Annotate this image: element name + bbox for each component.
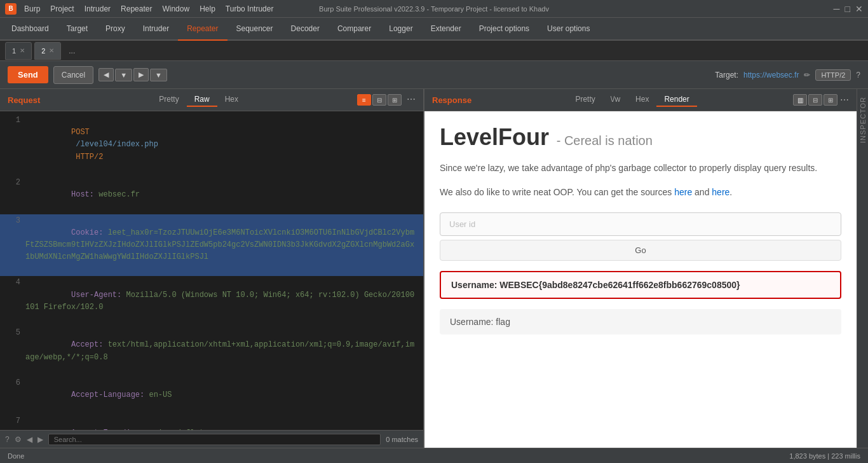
target-url[interactable]: https://websec.fr <box>743 71 799 79</box>
tab-target[interactable]: Target <box>58 18 97 41</box>
request-tab-raw[interactable]: Raw <box>187 93 217 107</box>
flag-box: Username: flag <box>440 309 841 335</box>
next-arrow[interactable]: ▶ <box>133 68 149 81</box>
view-icon-split[interactable]: ⊟ <box>372 94 386 106</box>
target-info: Target: https://websec.fr ✏ HTTP/2 ? <box>715 69 860 81</box>
title-bar-left: B Burp Project Intruder Repeater Window … <box>5 3 273 15</box>
prev-arrow[interactable]: ◀ <box>98 68 114 81</box>
status-right: 1,823 bytes | 223 millis <box>789 452 860 460</box>
tab-dashboard[interactable]: Dashboard <box>3 18 58 41</box>
flag-text: Username: flag <box>450 317 510 327</box>
tab-sequencer[interactable]: Sequencer <box>227 18 282 41</box>
request-line-3: 3 Cookie: leet_hax0r=TzozJTUUwiOjE6e3M6N… <box>0 214 423 277</box>
search-status: 0 matches <box>386 436 418 443</box>
next-arrow-down[interactable]: ▼ <box>115 69 132 81</box>
http-method: POST <box>71 128 90 137</box>
result-text: Username: WEBSEC{9abd8e8247cbe62641ff662… <box>451 280 740 290</box>
go-button[interactable]: Go <box>440 240 841 261</box>
request-tab-hex[interactable]: Hex <box>217 93 246 107</box>
response-tab-w[interactable]: \/w <box>603 93 628 107</box>
tab-intruder[interactable]: Intruder <box>134 18 178 41</box>
http-url: /level04/index.php <box>71 140 158 149</box>
burp-logo: B <box>5 3 17 15</box>
tab-decoder[interactable]: Decoder <box>282 18 329 41</box>
view-icon-text[interactable]: ≡ <box>357 94 371 106</box>
tab-proxy[interactable]: Proxy <box>97 18 134 41</box>
response-icons: ▥ ⊟ ⊞ ⋯ <box>793 94 849 106</box>
minimize-button[interactable]: ─ <box>834 4 840 14</box>
menu-help[interactable]: Help <box>200 4 215 13</box>
repeater-tab-2[interactable]: 2 ✕ <box>34 42 61 60</box>
request-more-icon[interactable]: ⋯ <box>407 94 416 106</box>
tab-extender[interactable]: Extender <box>422 18 470 41</box>
menu-project[interactable]: Project <box>50 4 74 13</box>
request-icons: ≡ ⊟ ⊞ ⋯ <box>357 94 416 106</box>
source-link-2[interactable]: here <box>712 187 729 197</box>
menu-turbo-intruder[interactable]: Turbo Intruder <box>226 4 274 13</box>
response-tab-render[interactable]: Render <box>656 93 696 107</box>
request-line-6: 6 Accept-Language: en-US <box>0 377 423 415</box>
repeater-tab-1[interactable]: 1 ✕ <box>5 42 32 60</box>
repeater-tab-1-close[interactable]: ✕ <box>20 47 25 54</box>
menu-intruder[interactable]: Intruder <box>85 4 111 13</box>
search-next-icon[interactable]: ▶ <box>37 435 43 444</box>
response-more-icon[interactable]: ⋯ <box>840 95 849 105</box>
response-header: Response Pretty \/w Hex Render ▥ ⊟ ⊞ ⋯ <box>424 89 857 111</box>
level-desc2: We also do like to write neat OOP. You c… <box>440 185 841 199</box>
settings-icon[interactable]: ⚙ <box>15 435 22 444</box>
repeater-tabs: 1 ✕ 2 ✕ ... <box>0 41 868 61</box>
send-button[interactable]: Send <box>8 66 48 83</box>
response-title: Response <box>432 95 471 105</box>
edit-target-icon[interactable]: ✏ <box>804 71 810 79</box>
search-help-icon[interactable]: ? <box>5 435 10 444</box>
response-tab-hex[interactable]: Hex <box>628 93 656 107</box>
target-label: Target: <box>715 71 738 79</box>
request-title: Request <box>8 95 40 105</box>
tab-user-options[interactable]: User options <box>538 18 599 41</box>
search-input[interactable] <box>48 434 381 445</box>
request-tab-pretty[interactable]: Pretty <box>151 93 186 107</box>
search-prev-icon[interactable]: ◀ <box>27 435 32 444</box>
user-id-input[interactable]: User id <box>440 212 841 236</box>
request-panel: Request Pretty Raw Hex ≡ ⊟ ⊞ ⋯ 1 POST <box>0 89 424 448</box>
tab-project-options[interactable]: Project options <box>470 18 538 41</box>
request-content: 1 POST /level04/index.php HTTP/2 2 Host:… <box>0 111 423 430</box>
source-link-1[interactable]: here <box>674 187 692 197</box>
response-panel: Response Pretty \/w Hex Render ▥ ⊟ ⊞ ⋯ L… <box>424 89 857 448</box>
next-arrow-down2[interactable]: ▼ <box>150 69 167 81</box>
tab-comparer[interactable]: Comparer <box>329 18 380 41</box>
close-button[interactable]: ✕ <box>855 4 863 14</box>
request-line-2: 2 Host: websec.fr <box>0 176 423 214</box>
inspector-label: INSPECTOR <box>858 89 868 151</box>
menu-window[interactable]: Window <box>162 4 189 13</box>
response-tab-pretty[interactable]: Pretty <box>567 93 602 107</box>
resp-view-icon-1[interactable]: ▥ <box>793 94 807 106</box>
view-icon-grid[interactable]: ⊞ <box>388 94 402 106</box>
toolbar: Send Cancel ◀ ▼ ▶ ▼ Target: https://webs… <box>0 61 868 89</box>
maximize-button[interactable]: □ <box>845 4 850 14</box>
title-bar-controls: ─ □ ✕ <box>834 4 863 14</box>
nav-arrows: ◀ ▼ ▶ ▼ <box>98 68 167 81</box>
title-bar: B Burp Project Intruder Repeater Window … <box>0 0 868 18</box>
menu-repeater[interactable]: Repeater <box>121 4 152 13</box>
tab-repeater[interactable]: Repeater <box>178 18 227 41</box>
inspector-panel: INSPECTOR <box>857 89 868 448</box>
resp-view-icons: ▥ ⊟ ⊞ <box>793 94 837 106</box>
menu-burp[interactable]: Burp <box>24 4 40 13</box>
response-tabs: Pretty \/w Hex Render <box>567 93 696 107</box>
level-subtitle: - Cereal is nation <box>557 134 653 148</box>
repeater-tab-2-close[interactable]: ✕ <box>49 47 54 54</box>
resp-view-icon-3[interactable]: ⊞ <box>824 94 837 106</box>
protocol-badge: HTTP/2 <box>815 69 851 81</box>
cancel-button[interactable]: Cancel <box>53 66 93 84</box>
help-icon[interactable]: ? <box>856 71 860 79</box>
repeater-tab-more[interactable]: ... <box>64 42 80 60</box>
request-tabs: Pretty Raw Hex <box>151 93 246 107</box>
tab-logger[interactable]: Logger <box>380 18 421 41</box>
request-line-7: 7 Accept-Encoding: gzip, deflate <box>0 415 423 431</box>
resp-view-icon-2[interactable]: ⊟ <box>808 94 822 106</box>
request-line-4: 4 User-Agent: Mozilla/5.0 (Windows NT 10… <box>0 276 423 326</box>
main-area: Request Pretty Raw Hex ≡ ⊟ ⊞ ⋯ 1 POST <box>0 89 868 448</box>
level-heading: LevelFour - Cereal is nation <box>440 124 841 151</box>
view-icons: ≡ ⊟ ⊞ <box>357 94 402 106</box>
